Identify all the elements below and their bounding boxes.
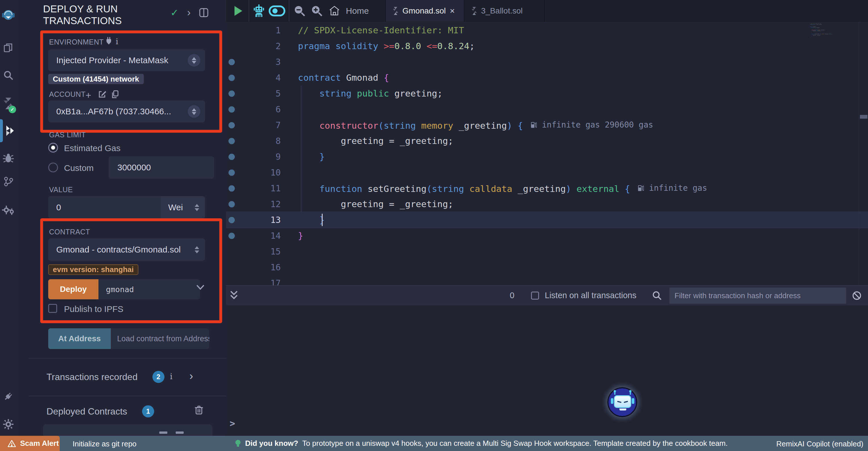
code-line[interactable]: 5 string public greeting; xyxy=(226,86,868,102)
remix-ai-robot-icon[interactable] xyxy=(250,0,268,22)
code-line[interactable]: 7 constructor(string memory _greeting) {… xyxy=(226,117,868,133)
scam-alert-button[interactable]: Scam Alert xyxy=(0,436,60,451)
breakpoint-dot[interactable] xyxy=(226,217,237,223)
deploy-run-panel: DEPLOY & RUN TRANSACTIONS ✓ › ENVIRONMEN… xyxy=(17,0,226,436)
minimap[interactable]: // SPDX-License-Identifier: MITpragma so… xyxy=(810,23,859,158)
tab-gmonad[interactable]: Gmonad.sol × xyxy=(385,0,464,22)
tab-ballot[interactable]: 3_Ballot.sol xyxy=(464,0,545,22)
code-line[interactable]: 10 xyxy=(226,165,868,180)
deployed-contract-row[interactable] xyxy=(43,424,212,436)
custom-gas-radio[interactable] xyxy=(48,163,58,172)
code-line[interactable]: 1// SPDX-License-Identifier: MIT xyxy=(226,22,868,38)
breakpoint-dot[interactable] xyxy=(226,106,237,113)
transactions-expand-chevron-icon[interactable]: › xyxy=(189,370,193,382)
remix-ai-assistant-bubble[interactable] xyxy=(608,387,637,417)
terminal-output[interactable]: > xyxy=(226,305,868,436)
remix-logo[interactable] xyxy=(0,7,17,24)
transactions-info-icon[interactable]: i xyxy=(170,372,173,381)
listen-transactions-checkbox[interactable] xyxy=(531,291,539,300)
code-line[interactable]: 4contract Gmonad { xyxy=(226,70,868,86)
plug-icon[interactable] xyxy=(105,37,113,46)
search-transactions-icon[interactable] xyxy=(652,291,662,301)
plugin-manager-icon[interactable] xyxy=(0,388,17,405)
value-unit: Wei xyxy=(161,202,195,212)
code-line[interactable]: 14} xyxy=(226,228,868,244)
code-line[interactable]: 9 } xyxy=(226,149,868,165)
run-script-icon[interactable] xyxy=(230,0,246,22)
code-line[interactable]: 11 function setGreeting(string calldata … xyxy=(226,180,868,196)
copilot-toggle-icon[interactable] xyxy=(268,0,286,22)
breakpoint-dot[interactable] xyxy=(226,154,237,160)
breakpoint-dot[interactable] xyxy=(226,75,237,81)
environment-selected: Injected Provider - MetaMask xyxy=(48,55,188,65)
scrollbar-marker[interactable] xyxy=(860,115,867,119)
zoom-in-icon[interactable] xyxy=(309,0,325,22)
line-number: 1 xyxy=(237,25,284,35)
breakpoint-dot[interactable] xyxy=(226,138,237,144)
breakpoint-dot[interactable] xyxy=(226,59,237,65)
code-line[interactable]: 13 } xyxy=(226,212,868,228)
constructor-arg-input[interactable]: gmonad xyxy=(98,279,200,299)
clear-console-icon[interactable] xyxy=(852,291,862,301)
publish-ipfs-checkbox[interactable] xyxy=(48,304,57,313)
search-icon[interactable] xyxy=(0,67,17,84)
environment-info-icon[interactable]: i xyxy=(116,37,118,46)
debugger-icon[interactable] xyxy=(0,150,17,167)
git-init-button[interactable]: Initialize as git repo xyxy=(73,440,136,448)
file-explorer-icon[interactable] xyxy=(0,39,17,56)
tab-home[interactable]: Home xyxy=(342,0,373,22)
network-badge: Custom (41454) network xyxy=(48,74,144,84)
home-icon[interactable] xyxy=(327,0,342,22)
custom-gas-input[interactable]: 3000000 xyxy=(109,156,214,179)
code-line[interactable]: 12 greeting = _greeting; xyxy=(226,196,868,212)
breakpoint-dot[interactable] xyxy=(226,122,237,129)
edit-account-icon[interactable] xyxy=(98,90,106,98)
contract-select[interactable]: Gmonad - contracts/Gmonad.sol xyxy=(48,238,205,261)
filter-transactions-input[interactable]: Filter with transaction hash or address xyxy=(670,287,846,304)
copy-account-icon[interactable] xyxy=(112,90,119,98)
deploy-run-icon[interactable] xyxy=(0,122,17,139)
breakpoint-dot[interactable] xyxy=(226,233,237,239)
line-number: 13 xyxy=(237,215,284,225)
code-line[interactable]: 3 xyxy=(226,54,868,70)
zoom-out-icon[interactable] xyxy=(291,0,308,22)
line-number: 15 xyxy=(237,247,284,256)
estimated-gas-radio[interactable] xyxy=(48,143,58,152)
deploy-button[interactable]: Deploy xyxy=(48,279,98,299)
environment-select[interactable]: Injected Provider - MetaMask xyxy=(48,49,205,71)
breakpoint-dot[interactable] xyxy=(226,201,237,207)
expand-terminal-icon[interactable] xyxy=(229,289,238,301)
code-text: contract Gmonad { xyxy=(298,70,389,86)
at-address-button[interactable]: At Address xyxy=(48,328,111,349)
trash-icon[interactable] xyxy=(195,405,203,415)
code-line[interactable]: 15 xyxy=(226,244,868,259)
breakpoint-dot[interactable] xyxy=(226,169,237,176)
git-icon[interactable] xyxy=(0,173,17,190)
code-line[interactable]: 2pragma solidity >=0.8.0 <=0.8.24; xyxy=(226,38,868,54)
code-line[interactable]: 8 greeting = _greeting; xyxy=(226,133,868,149)
code-line[interactable]: 6 xyxy=(226,102,868,117)
stepper-icon xyxy=(195,204,199,211)
add-account-icon[interactable]: + xyxy=(86,90,91,101)
settings-icon[interactable] xyxy=(0,416,17,433)
code-editor[interactable]: 1// SPDX-License-Identifier: MIT2pragma … xyxy=(226,22,868,285)
at-address-input[interactable]: Load contract from Address xyxy=(111,328,209,349)
split-panel-icon[interactable] xyxy=(198,7,210,19)
transaction-count: 0 xyxy=(510,291,515,300)
code-line[interactable]: 16 xyxy=(226,259,868,275)
code-text: greeting = _greeting; xyxy=(298,196,453,212)
value-input[interactable]: 0 xyxy=(48,196,168,219)
pin-panel-chevron-icon[interactable]: › xyxy=(183,7,195,19)
expand-args-chevron-icon[interactable] xyxy=(196,284,205,290)
deployed-contracts-label: Deployed Contracts xyxy=(46,406,127,417)
line-number: 9 xyxy=(237,152,284,162)
line-number: 14 xyxy=(237,231,284,241)
line-number: 11 xyxy=(237,183,284,193)
account-select[interactable]: 0xB1a...AF67b (7037.30466... xyxy=(48,101,205,122)
plugin-gears-icon[interactable] xyxy=(0,201,17,219)
close-tab-icon[interactable]: × xyxy=(450,6,455,16)
breakpoint-dot[interactable] xyxy=(226,90,237,97)
code-line[interactable]: 17 xyxy=(226,275,868,285)
breakpoint-dot[interactable] xyxy=(226,185,237,192)
value-unit-select[interactable]: Wei xyxy=(161,196,205,219)
